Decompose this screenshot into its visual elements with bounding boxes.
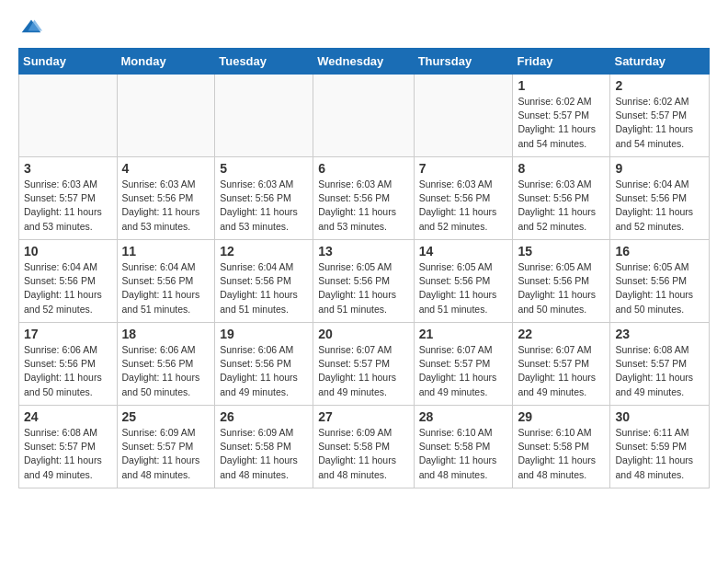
- day-number: 14: [419, 244, 508, 259]
- day-info: Sunrise: 6:03 AMSunset: 5:56 PMDaylight:…: [318, 178, 408, 234]
- day-number: 30: [615, 409, 704, 424]
- day-info: Sunrise: 6:06 AMSunset: 5:56 PMDaylight:…: [24, 343, 112, 399]
- calendar-cell: 28Sunrise: 6:10 AMSunset: 5:58 PMDayligh…: [414, 406, 513, 488]
- day-number: 8: [518, 161, 605, 176]
- calendar-cell: [414, 75, 513, 157]
- calendar-week-2: 3Sunrise: 6:03 AMSunset: 5:57 PMDaylight…: [19, 157, 710, 240]
- day-number: 9: [615, 161, 704, 176]
- calendar-week-4: 17Sunrise: 6:06 AMSunset: 5:56 PMDayligh…: [19, 323, 710, 406]
- day-number: 19: [220, 327, 308, 341]
- calendar-cell: 5Sunrise: 6:03 AMSunset: 5:56 PMDaylight…: [215, 157, 313, 240]
- calendar-cell: 15Sunrise: 6:05 AMSunset: 5:56 PMDayligh…: [513, 240, 610, 323]
- day-info: Sunrise: 6:03 AMSunset: 5:56 PMDaylight:…: [220, 178, 308, 234]
- day-info: Sunrise: 6:06 AMSunset: 5:56 PMDaylight:…: [122, 343, 210, 399]
- day-info: Sunrise: 6:05 AMSunset: 5:56 PMDaylight:…: [615, 260, 704, 316]
- calendar-cell: [117, 75, 215, 157]
- day-number: 10: [24, 244, 112, 259]
- day-info: Sunrise: 6:07 AMSunset: 5:57 PMDaylight:…: [318, 343, 408, 399]
- calendar-cell: 30Sunrise: 6:11 AMSunset: 5:59 PMDayligh…: [610, 406, 710, 488]
- day-number: 28: [419, 409, 508, 424]
- day-number: 27: [318, 409, 408, 424]
- weekday-header-thursday: Thursday: [414, 49, 513, 75]
- calendar-cell: 26Sunrise: 6:09 AMSunset: 5:58 PMDayligh…: [215, 406, 313, 488]
- calendar-cell: 25Sunrise: 6:09 AMSunset: 5:57 PMDayligh…: [117, 406, 215, 488]
- day-number: 4: [122, 161, 210, 176]
- day-info: Sunrise: 6:07 AMSunset: 5:57 PMDaylight:…: [518, 343, 605, 399]
- day-info: Sunrise: 6:04 AMSunset: 5:56 PMDaylight:…: [615, 178, 704, 234]
- day-info: Sunrise: 6:09 AMSunset: 5:58 PMDaylight:…: [220, 426, 308, 482]
- day-number: 5: [220, 161, 308, 176]
- day-info: Sunrise: 6:03 AMSunset: 5:56 PMDaylight:…: [518, 178, 605, 234]
- calendar-cell: 17Sunrise: 6:06 AMSunset: 5:56 PMDayligh…: [19, 323, 118, 406]
- calendar-cell: 8Sunrise: 6:03 AMSunset: 5:56 PMDaylight…: [513, 157, 610, 240]
- day-info: Sunrise: 6:10 AMSunset: 5:58 PMDaylight:…: [518, 426, 605, 482]
- calendar-cell: 14Sunrise: 6:05 AMSunset: 5:56 PMDayligh…: [414, 240, 513, 323]
- weekday-header-sunday: Sunday: [19, 49, 118, 75]
- day-info: Sunrise: 6:03 AMSunset: 5:57 PMDaylight:…: [24, 178, 112, 234]
- calendar-cell: 1Sunrise: 6:02 AMSunset: 5:57 PMDaylight…: [513, 75, 610, 157]
- day-info: Sunrise: 6:08 AMSunset: 5:57 PMDaylight:…: [24, 426, 112, 482]
- day-number: 18: [122, 327, 210, 341]
- day-info: Sunrise: 6:04 AMSunset: 5:56 PMDaylight:…: [220, 260, 308, 316]
- calendar-cell: 24Sunrise: 6:08 AMSunset: 5:57 PMDayligh…: [19, 406, 118, 488]
- calendar-cell: 22Sunrise: 6:07 AMSunset: 5:57 PMDayligh…: [513, 323, 610, 406]
- day-number: 16: [615, 244, 704, 259]
- calendar-cell: 27Sunrise: 6:09 AMSunset: 5:58 PMDayligh…: [313, 406, 414, 488]
- calendar-cell: 13Sunrise: 6:05 AMSunset: 5:56 PMDayligh…: [313, 240, 414, 323]
- calendar-page: SundayMondayTuesdayWednesdayThursdayFrid…: [0, 0, 728, 505]
- day-number: 26: [220, 409, 308, 424]
- weekday-header-wednesday: Wednesday: [313, 49, 414, 75]
- day-info: Sunrise: 6:05 AMSunset: 5:56 PMDaylight:…: [318, 260, 408, 316]
- day-number: 23: [615, 327, 704, 341]
- day-info: Sunrise: 6:04 AMSunset: 5:56 PMDaylight:…: [24, 260, 112, 316]
- calendar-cell: 23Sunrise: 6:08 AMSunset: 5:57 PMDayligh…: [610, 323, 710, 406]
- day-info: Sunrise: 6:04 AMSunset: 5:56 PMDaylight:…: [122, 260, 210, 316]
- logo: [18, 17, 42, 39]
- day-info: Sunrise: 6:06 AMSunset: 5:56 PMDaylight:…: [220, 343, 308, 399]
- day-info: Sunrise: 6:09 AMSunset: 5:58 PMDaylight:…: [318, 426, 408, 482]
- day-number: 22: [518, 327, 605, 341]
- day-info: Sunrise: 6:02 AMSunset: 5:57 PMDaylight:…: [615, 95, 704, 151]
- day-number: 25: [122, 409, 210, 424]
- calendar-cell: 21Sunrise: 6:07 AMSunset: 5:57 PMDayligh…: [414, 323, 513, 406]
- weekday-header-row: SundayMondayTuesdayWednesdayThursdayFrid…: [19, 49, 710, 75]
- day-number: 15: [518, 244, 605, 259]
- day-info: Sunrise: 6:03 AMSunset: 5:56 PMDaylight:…: [419, 178, 508, 234]
- day-number: 12: [220, 244, 308, 259]
- calendar-cell: 29Sunrise: 6:10 AMSunset: 5:58 PMDayligh…: [513, 406, 610, 488]
- calendar-week-3: 10Sunrise: 6:04 AMSunset: 5:56 PMDayligh…: [19, 240, 710, 323]
- day-number: 3: [24, 161, 112, 176]
- day-number: 29: [518, 409, 605, 424]
- calendar-cell: 12Sunrise: 6:04 AMSunset: 5:56 PMDayligh…: [215, 240, 313, 323]
- weekday-header-saturday: Saturday: [610, 49, 710, 75]
- day-info: Sunrise: 6:08 AMSunset: 5:57 PMDaylight:…: [615, 343, 704, 399]
- day-number: 2: [615, 78, 704, 93]
- day-number: 11: [122, 244, 210, 259]
- day-number: 24: [24, 409, 112, 424]
- day-info: Sunrise: 6:07 AMSunset: 5:57 PMDaylight:…: [419, 343, 508, 399]
- weekday-header-monday: Monday: [117, 49, 215, 75]
- day-info: Sunrise: 6:02 AMSunset: 5:57 PMDaylight:…: [518, 95, 605, 151]
- calendar-cell: 10Sunrise: 6:04 AMSunset: 5:56 PMDayligh…: [19, 240, 118, 323]
- day-number: 7: [419, 161, 508, 176]
- header: [18, 17, 710, 39]
- calendar-cell: 20Sunrise: 6:07 AMSunset: 5:57 PMDayligh…: [313, 323, 414, 406]
- day-info: Sunrise: 6:03 AMSunset: 5:56 PMDaylight:…: [122, 178, 210, 234]
- day-number: 17: [24, 327, 112, 341]
- calendar-week-1: 1Sunrise: 6:02 AMSunset: 5:57 PMDaylight…: [19, 75, 710, 157]
- calendar-cell: 19Sunrise: 6:06 AMSunset: 5:56 PMDayligh…: [215, 323, 313, 406]
- day-info: Sunrise: 6:09 AMSunset: 5:57 PMDaylight:…: [122, 426, 210, 482]
- day-number: 6: [318, 161, 408, 176]
- day-info: Sunrise: 6:05 AMSunset: 5:56 PMDaylight:…: [419, 260, 508, 316]
- calendar-cell: [215, 75, 313, 157]
- logo-icon: [20, 17, 42, 39]
- calendar-table: SundayMondayTuesdayWednesdayThursdayFrid…: [18, 48, 710, 488]
- calendar-cell: 18Sunrise: 6:06 AMSunset: 5:56 PMDayligh…: [117, 323, 215, 406]
- calendar-cell: 7Sunrise: 6:03 AMSunset: 5:56 PMDaylight…: [414, 157, 513, 240]
- calendar-cell: 3Sunrise: 6:03 AMSunset: 5:57 PMDaylight…: [19, 157, 118, 240]
- day-number: 1: [518, 78, 605, 93]
- calendar-cell: 11Sunrise: 6:04 AMSunset: 5:56 PMDayligh…: [117, 240, 215, 323]
- calendar-cell: 6Sunrise: 6:03 AMSunset: 5:56 PMDaylight…: [313, 157, 414, 240]
- calendar-cell: [313, 75, 414, 157]
- day-number: 21: [419, 327, 508, 341]
